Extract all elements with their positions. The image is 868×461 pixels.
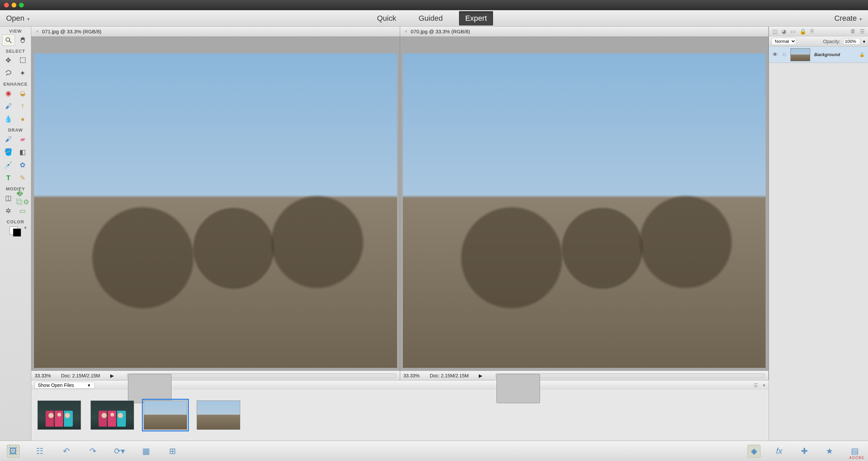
bin-thumb-3[interactable] — [144, 400, 187, 430]
doc-size: Doc: 2.15M/2.15M — [430, 373, 469, 378]
crop-tool[interactable]: ◫ — [2, 192, 15, 204]
lock-icon[interactable]: 🔒 — [800, 28, 806, 35]
favorites-panel-toggle[interactable]: ★ — [823, 445, 836, 458]
new-layer-icon[interactable]: ◫ — [772, 28, 777, 35]
brand-label: ADOBE — [849, 456, 865, 460]
opacity-stepper-icon[interactable]: ▾ — [863, 39, 865, 44]
zoom-level[interactable]: 33.33% — [35, 373, 51, 378]
redo-button[interactable]: ↷ — [86, 445, 99, 458]
mode-expert[interactable]: Expert — [459, 11, 493, 25]
move-tool[interactable]: ✥ — [2, 54, 15, 66]
bin-filter-dropdown[interactable]: Show Open Files▾ — [35, 382, 95, 389]
panel-menu-icon[interactable]: ☰ — [860, 28, 865, 35]
pencil-tool[interactable]: ✎ — [16, 172, 29, 184]
create-menu[interactable]: Create — [834, 14, 862, 23]
effects-panel-toggle[interactable]: fx — [773, 445, 786, 458]
layer-lock-icon[interactable]: 🔒 — [859, 52, 865, 57]
photo-bin-toggle[interactable]: 🖼 — [7, 445, 20, 458]
recompose-tool[interactable]: �⿻⚙ — [16, 192, 29, 204]
eyedropper-tool[interactable]: 💉 — [2, 159, 15, 171]
document-tab-1[interactable]: × 071.jpg @ 33.3% (RGB/8) — [31, 27, 400, 36]
section-select: SELECT — [6, 49, 25, 54]
straighten-tool[interactable]: ▭ — [16, 205, 29, 217]
marquee-tool[interactable] — [16, 54, 29, 66]
lasso-tool[interactable] — [2, 67, 15, 79]
fill-tool[interactable]: 🪣 — [2, 146, 15, 158]
layer-visibility-icon[interactable]: 👁 — [772, 52, 778, 58]
organizer-button[interactable]: ⊞ — [166, 445, 179, 458]
window-close-button[interactable] — [4, 3, 9, 7]
document-tab-title: 070.jpg @ 33.3% (RGB/8) — [411, 29, 470, 34]
status-play-icon[interactable]: ▶ — [110, 373, 114, 378]
bin-thumb-2[interactable] — [91, 400, 134, 430]
canvas-image-2[interactable] — [403, 53, 766, 368]
adjustment-layer-icon[interactable]: ◕ — [782, 28, 786, 35]
clone-stamp-tool[interactable]: ⫯ — [16, 100, 29, 112]
document-tabs: × 071.jpg @ 33.3% (RGB/8) × 070.jpg @ 33… — [31, 27, 769, 36]
magic-wand-tool[interactable]: ✦ — [16, 67, 29, 79]
open-menu[interactable]: Open — [6, 14, 30, 23]
close-tab-icon[interactable]: × — [405, 29, 408, 34]
h-scrollbar[interactable] — [127, 373, 396, 378]
mask-icon[interactable]: ▭ — [790, 28, 796, 35]
smart-brush-tool[interactable]: 🖌 — [2, 100, 15, 112]
doc-size: Doc: 2.15M/2.15M — [61, 373, 100, 378]
layer-link-icon[interactable]: ⛓ — [782, 52, 786, 57]
canvas-image-1[interactable] — [34, 53, 397, 368]
layer-row[interactable]: 👁 ⛓ Background 🔒 — [769, 47, 868, 63]
opacity-input[interactable] — [843, 38, 860, 45]
bin-list-icon[interactable]: ☰ — [754, 382, 758, 388]
tool-options-toggle[interactable]: ☷ — [33, 445, 46, 458]
bin-thumb-1[interactable] — [37, 400, 81, 430]
layer-name[interactable]: Background — [814, 52, 840, 57]
bin-menu-icon[interactable]: ▾ — [763, 382, 765, 388]
type-tool[interactable]: T — [2, 172, 15, 184]
link-layers-icon[interactable]: ⎘ — [810, 28, 814, 34]
spot-heal-tool[interactable]: ◒ — [16, 87, 29, 99]
zoom-level[interactable]: 33.33% — [404, 373, 420, 378]
layer-thumbnail[interactable] — [790, 48, 810, 61]
bin-filter-label: Show Open Files — [38, 382, 74, 388]
h-scrollbar[interactable] — [495, 373, 765, 378]
blur-tool[interactable]: 💧 — [2, 113, 15, 125]
bin-thumb-4[interactable] — [197, 400, 240, 430]
delete-layer-icon[interactable]: 🗑 — [850, 28, 856, 34]
eraser-tool[interactable]: ▰ — [16, 133, 29, 145]
window-titlebar — [0, 0, 868, 10]
layout-button[interactable]: ▦ — [140, 445, 152, 458]
tool-column: VIEW SELECT ✥ ✦ ENHANCE ◉ ◒ 🖌 ⫯ 💧 ● DRAW — [0, 27, 31, 441]
section-draw: DRAW — [8, 127, 23, 133]
hand-tool[interactable] — [16, 34, 29, 46]
shape-tool[interactable]: ✿ — [16, 159, 29, 171]
window-zoom-button[interactable] — [19, 3, 24, 7]
section-color: COLOR — [7, 219, 24, 224]
close-tab-icon[interactable]: × — [36, 29, 39, 34]
document-tab-title: 071.jpg @ 33.3% (RGB/8) — [42, 29, 101, 34]
canvas-pane-left: 33.33% Doc: 2.15M/2.15M ▶ — [31, 36, 400, 380]
foreground-color-swatch[interactable] — [13, 228, 21, 237]
blend-mode-select[interactable]: Normal — [772, 38, 796, 45]
gradient-tool[interactable]: ◧ — [16, 146, 29, 158]
graphics-panel-toggle[interactable]: ✚ — [798, 445, 811, 458]
mode-quick[interactable]: Quick — [371, 11, 402, 25]
zoom-tool[interactable] — [2, 34, 15, 46]
sponge-tool[interactable]: ● — [16, 113, 29, 125]
redeye-tool[interactable]: ◉ — [2, 87, 15, 99]
document-tab-2[interactable]: × 070.jpg @ 33.3% (RGB/8) — [400, 27, 769, 36]
app-menubar: Open Quick Guided Expert Create — [0, 10, 868, 27]
section-view: VIEW — [9, 29, 22, 34]
layers-panel-toggle[interactable]: ◆ — [748, 445, 760, 458]
cookie-cutter-tool[interactable]: ✲ — [2, 205, 15, 217]
window-minimize-button[interactable] — [12, 3, 16, 7]
mode-guided[interactable]: Guided — [412, 11, 449, 25]
rotate-button[interactable]: ⟳▾ — [113, 445, 126, 458]
color-swatch[interactable]: ⤭ — [8, 226, 23, 237]
undo-button[interactable]: ↶ — [60, 445, 73, 458]
swap-colors-icon[interactable]: ⤭ — [24, 226, 27, 229]
section-enhance: ENHANCE — [3, 82, 28, 87]
bottom-bar: 🖼 ☷ ↶ ↷ ⟳▾ ▦ ⊞ ◆ fx ✚ ★ ▤ — [0, 441, 868, 461]
status-play-icon[interactable]: ▶ — [479, 373, 482, 378]
brush-tool[interactable]: 🖌 — [2, 133, 15, 145]
opacity-label: Opacity: — [823, 39, 840, 44]
more-panel-toggle[interactable]: ▤ — [848, 445, 861, 458]
